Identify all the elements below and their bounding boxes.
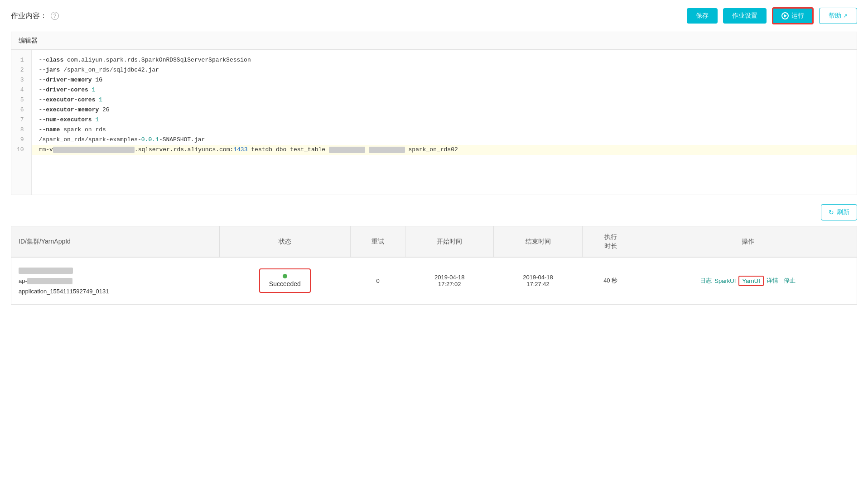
table-row: ap- application_1554111592749_0131 Succe… bbox=[11, 257, 857, 304]
line-num-1: 1 bbox=[17, 55, 24, 65]
page-header: 作业内容： ? 保存 作业设置 运行 帮助 ↗ bbox=[11, 7, 857, 24]
run-button[interactable]: 运行 bbox=[772, 7, 814, 24]
line-num-10: 10 bbox=[17, 145, 24, 155]
spark-ui-link[interactable]: SparkUI bbox=[714, 277, 736, 284]
code-line-1: --class com.aliyun.spark.rds.SparkOnRDSS… bbox=[39, 55, 849, 65]
status-badge: Succeeded bbox=[259, 268, 311, 293]
line-num-6: 6 bbox=[17, 105, 24, 115]
refresh-area: ↻ 刷新 bbox=[11, 204, 857, 220]
line-num-9: 9 bbox=[17, 135, 24, 145]
line-numbers: 1 2 3 4 5 6 7 8 9 10 bbox=[11, 50, 32, 195]
refresh-button[interactable]: ↻ 刷新 bbox=[821, 204, 857, 220]
run-table: ID/集群/YarnAppId 状态 重试 开始时间 结束时间 执行时长 操作 … bbox=[11, 226, 857, 305]
action-links: 日志 SparkUI YarnUI 详情 停止 bbox=[646, 276, 849, 286]
col-status: 状态 bbox=[219, 226, 351, 257]
play-triangle bbox=[784, 14, 787, 18]
id-cell: ap- application_1554111592749_0131 bbox=[11, 257, 219, 304]
col-id: ID/集群/YarnAppId bbox=[11, 226, 219, 257]
status-cell: Succeeded bbox=[219, 257, 351, 304]
help-label: 帮助 bbox=[829, 12, 841, 20]
refresh-icon: ↻ bbox=[829, 209, 834, 216]
line-num-4: 4 bbox=[17, 85, 24, 95]
app-id: application_1554111592749_0131 bbox=[19, 286, 212, 297]
col-end-time: 结束时间 bbox=[494, 226, 582, 257]
job-settings-button[interactable]: 作业设置 bbox=[723, 8, 767, 24]
code-line-2: --jars /spark_on_rds/sqljdbc42.jar bbox=[39, 65, 849, 75]
retry-cell: 0 bbox=[351, 257, 405, 304]
code-line-7: --num-executors 1 bbox=[39, 115, 849, 125]
yarn-ui-link[interactable]: YarnUI bbox=[738, 276, 764, 286]
run-label: 运行 bbox=[791, 12, 804, 20]
editor-panel: 编辑器 1 2 3 4 5 6 7 8 9 10 --class com.ali… bbox=[11, 32, 857, 195]
duration-cell: 40 秒 bbox=[582, 257, 639, 304]
col-action: 操作 bbox=[639, 226, 857, 257]
log-link[interactable]: 日志 bbox=[700, 277, 712, 285]
col-start-time: 开始时间 bbox=[405, 226, 494, 257]
code-line-3: --driver-memory 1G bbox=[39, 75, 849, 85]
id-blurred-1 bbox=[19, 265, 212, 275]
detail-link[interactable]: 详情 bbox=[767, 277, 778, 285]
col-retry: 重试 bbox=[351, 226, 405, 257]
line-num-2: 2 bbox=[17, 65, 24, 75]
code-line-10: rm-v .sqlserver.rds.aliyuncs.com:1433 te… bbox=[32, 145, 857, 155]
help-icon[interactable]: ? bbox=[51, 12, 59, 20]
editor-content[interactable]: 1 2 3 4 5 6 7 8 9 10 --class com.aliyun.… bbox=[11, 50, 857, 195]
page-title-area: 作业内容： ? bbox=[11, 11, 59, 21]
col-duration: 执行时长 bbox=[582, 226, 639, 257]
help-button[interactable]: 帮助 ↗ bbox=[819, 8, 857, 24]
code-area[interactable]: --class com.aliyun.spark.rds.SparkOnRDSS… bbox=[32, 50, 857, 195]
refresh-label: 刷新 bbox=[837, 208, 849, 216]
id-content: ap- application_1554111592749_0131 bbox=[19, 265, 212, 297]
external-link-icon: ↗ bbox=[843, 13, 848, 19]
stop-link[interactable]: 停止 bbox=[784, 277, 796, 285]
table-header: ID/集群/YarnAppId 状态 重试 开始时间 结束时间 执行时长 操作 bbox=[11, 226, 857, 257]
action-cell: 日志 SparkUI YarnUI 详情 停止 bbox=[639, 257, 857, 304]
header-buttons: 保存 作业设置 运行 帮助 ↗ bbox=[687, 7, 857, 24]
jobs-table: ID/集群/YarnAppId 状态 重试 开始时间 结束时间 执行时长 操作 … bbox=[11, 226, 857, 304]
line-num-7: 7 bbox=[17, 115, 24, 125]
save-button[interactable]: 保存 bbox=[687, 8, 718, 24]
kw-class: --class bbox=[39, 55, 64, 65]
line-num-8: 8 bbox=[17, 125, 24, 135]
editor-title: 编辑器 bbox=[11, 32, 857, 50]
id-blurred-2: ap- bbox=[19, 276, 212, 286]
line-num-3: 3 bbox=[17, 75, 24, 85]
run-icon bbox=[781, 12, 789, 19]
code-line-5: --executor-cores 1 bbox=[39, 95, 849, 105]
status-text: Succeeded bbox=[269, 280, 301, 287]
code-line-4: --driver-cores 1 bbox=[39, 85, 849, 95]
table-body: ap- application_1554111592749_0131 Succe… bbox=[11, 257, 857, 304]
end-time-cell: 2019-04-1817:27:42 bbox=[494, 257, 582, 304]
start-time-cell: 2019-04-1817:27:02 bbox=[405, 257, 494, 304]
line-num-5: 5 bbox=[17, 95, 24, 105]
code-line-9: /spark_on_rds/spark-examples-0.0.1-SNAPS… bbox=[39, 135, 849, 145]
code-line-8: --name spark_on_rds bbox=[39, 125, 849, 135]
code-line-6: --executor-memory 2G bbox=[39, 105, 849, 115]
page-title: 作业内容： bbox=[11, 11, 47, 21]
status-dot bbox=[283, 274, 287, 278]
